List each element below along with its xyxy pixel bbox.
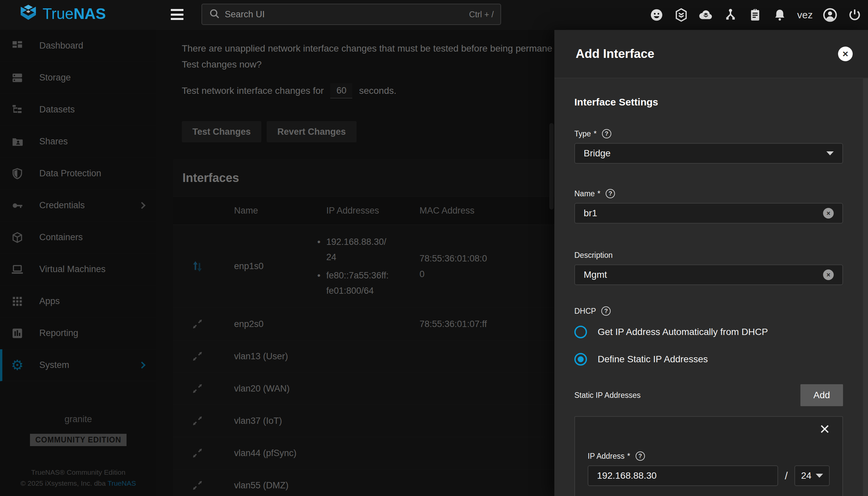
static-radio-label: Define Static IP Addresses (598, 354, 708, 365)
ip-address-label: IP Address (588, 452, 625, 461)
clear-icon[interactable]: × (823, 208, 834, 219)
drawer-header: Add Interface × (554, 30, 868, 78)
search-input[interactable] (225, 9, 464, 20)
netmask-select-value: 24 (801, 470, 811, 481)
ip-address-label-row: IP Address * ? (588, 451, 830, 461)
static-ip-entry-card: × IP Address * ? / 24 (574, 416, 843, 496)
type-select-value: Bridge (584, 148, 611, 159)
cidr-separator: / (785, 470, 788, 482)
ip-address-input[interactable] (597, 470, 769, 481)
radio-selected-icon[interactable] (574, 353, 587, 366)
top-bar: TrueNAS Ctrl + / (0, 0, 868, 30)
close-icon[interactable]: × (838, 47, 853, 61)
netmask-select[interactable]: 24 (794, 465, 830, 486)
required-asterisk: * (627, 452, 630, 461)
name-field-group: Name * ? × (574, 189, 843, 223)
drawer-body: Interface Settings Type * ? Bridge Name … (554, 78, 863, 496)
avatar-icon[interactable] (822, 7, 838, 23)
jobs-icon[interactable] (722, 7, 738, 23)
feedback-smiley-icon[interactable] (648, 7, 664, 23)
description-label: Description (574, 251, 613, 260)
help-icon[interactable]: ? (635, 451, 645, 461)
search-shortcut-hint: Ctrl + / (469, 10, 494, 19)
truenas-app: TrueNAS Ctrl + / (0, 0, 868, 496)
releases-stack-icon[interactable] (673, 7, 689, 23)
drawer-scrollbar[interactable] (863, 78, 868, 496)
help-icon[interactable]: ? (601, 306, 611, 316)
name-input-wrap: × (574, 203, 843, 223)
dhcp-label-row: DHCP ? (574, 306, 843, 316)
name-input[interactable] (584, 208, 823, 219)
description-field-group: Description × (574, 251, 843, 285)
static-ips-header: Static IP Addresses Add (574, 384, 843, 406)
name-label-row: Name * ? (574, 189, 843, 198)
remove-entry-icon[interactable]: × (820, 420, 830, 437)
ip-address-input-wrap (588, 465, 778, 486)
chevron-down-icon (826, 151, 834, 155)
add-ip-button[interactable]: Add (800, 384, 843, 406)
drawer-title: Add Interface (576, 47, 654, 61)
help-icon[interactable]: ? (602, 129, 611, 138)
description-input[interactable] (584, 269, 823, 280)
type-field-group: Type * ? Bridge (574, 129, 843, 164)
truenas-logo[interactable]: TrueNAS (19, 4, 106, 23)
add-interface-drawer: Add Interface × Interface Settings Type … (554, 30, 868, 496)
ip-address-input-row: / 24 (588, 465, 830, 486)
truenas-logo-icon (19, 4, 38, 23)
menu-icon[interactable] (171, 9, 183, 20)
dhcp-radio-option[interactable]: Get IP Address Automatically from DHCP (574, 326, 843, 338)
clear-icon[interactable]: × (823, 269, 834, 280)
dhcp-label: DHCP (574, 307, 596, 316)
truenas-logo-text: TrueNAS (43, 5, 106, 22)
section-title: Interface Settings (574, 96, 843, 108)
alerts-bell-icon[interactable] (772, 7, 788, 23)
type-select[interactable]: Bridge (574, 143, 843, 164)
top-bar-actions: vez (648, 0, 863, 30)
dhcp-radio-label: Get IP Address Automatically from DHCP (598, 327, 768, 337)
description-input-wrap: × (574, 264, 843, 285)
type-label-row: Type * ? (574, 129, 843, 138)
help-icon[interactable]: ? (605, 189, 615, 198)
radio-unselected-icon[interactable] (574, 326, 587, 338)
name-label: Name (574, 189, 595, 198)
description-label-row: Description (574, 251, 843, 260)
tasks-clipboard-icon[interactable] (747, 7, 763, 23)
power-icon[interactable] (847, 7, 863, 23)
static-ips-label: Static IP Addresses (574, 391, 641, 400)
static-radio-option[interactable]: Define Static IP Addresses (574, 353, 843, 366)
chevron-down-icon (816, 474, 823, 478)
search-bar[interactable]: Ctrl + / (201, 4, 501, 25)
required-asterisk: * (594, 129, 597, 138)
username-label[interactable]: vez (796, 9, 813, 21)
truecloud-icon[interactable] (698, 7, 714, 23)
type-label: Type (574, 129, 591, 138)
required-asterisk: * (597, 189, 600, 198)
search-icon (209, 8, 220, 21)
